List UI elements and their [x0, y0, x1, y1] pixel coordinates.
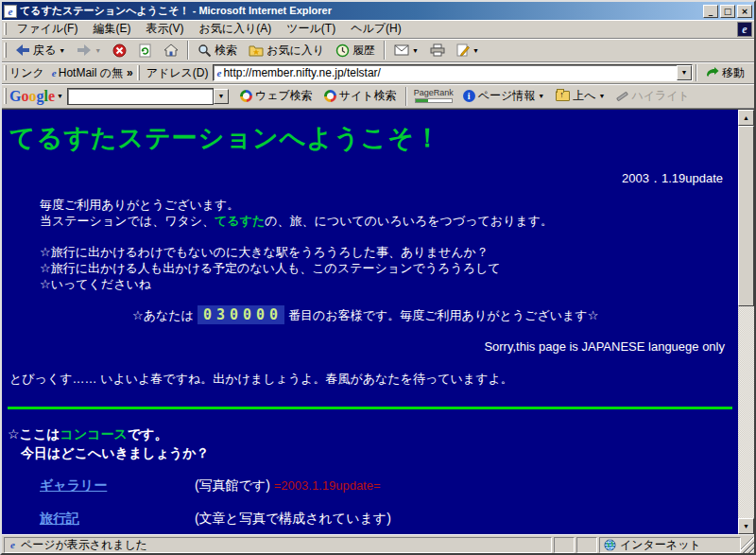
- title-bar[interactable]: e てるすたステーションへようこそ！ - Microsoft Internet …: [2, 2, 754, 20]
- page-info-button[interactable]: i ページ情報 ▼: [457, 85, 551, 107]
- google-logo[interactable]: Google: [9, 89, 55, 104]
- concourse-highlight: コンコース: [60, 426, 128, 442]
- forward-button[interactable]: ▼: [71, 41, 107, 60]
- history-button[interactable]: 履歴: [330, 40, 381, 61]
- mail-icon: [394, 44, 409, 56]
- status-bar: e ページが表示されました インターネット: [2, 534, 754, 553]
- back-button[interactable]: 戻る ▼: [9, 40, 71, 61]
- google-search-dropdown[interactable]: ▼: [214, 89, 229, 104]
- chevron-down-icon[interactable]: ▼: [412, 47, 419, 54]
- go-button[interactable]: 移動: [700, 62, 750, 84]
- stop-icon: [112, 43, 127, 58]
- menu-favorites[interactable]: お気に入り(A): [191, 19, 279, 39]
- page-title: てるすたステーションへようこそ！: [9, 121, 738, 155]
- up-button[interactable]: ↑ 上へ ▼: [550, 85, 610, 107]
- page-content: てるすたステーションへようこそ！ 2003．1.19update 毎度ご利用あり…: [2, 110, 738, 534]
- stop-button[interactable]: [107, 41, 132, 61]
- hotmail-link[interactable]: e HotMail の無: [48, 65, 125, 81]
- info-icon: i: [463, 90, 475, 102]
- address-input[interactable]: e http://member.nifty.ne.jp/telstar/ ▼: [213, 64, 693, 81]
- favorites-button[interactable]: お気に入り: [243, 40, 330, 61]
- menu-help[interactable]: ヘルプ(H): [343, 19, 409, 39]
- edit-icon: [456, 43, 470, 57]
- address-dropdown-button[interactable]: ▼: [677, 65, 692, 80]
- status-pane-empty: [576, 537, 597, 553]
- scroll-up-icon[interactable]: ▲: [738, 110, 754, 126]
- travelogue-link[interactable]: 旅行記: [40, 511, 191, 528]
- forward-arrow-icon: [77, 43, 92, 57]
- green-divider: [8, 407, 732, 409]
- history-label: 履歴: [352, 43, 375, 59]
- scroll-down-icon[interactable]: ▼: [738, 518, 754, 534]
- go-arrow-icon: [706, 67, 719, 78]
- site-search-button[interactable]: サイト検索: [318, 85, 403, 107]
- pagerank-indicator[interactable]: PageRank: [410, 89, 457, 103]
- chevron-down-icon[interactable]: ▼: [538, 93, 544, 99]
- status-pane-empty: [554, 537, 575, 553]
- home-button[interactable]: [158, 41, 184, 60]
- minimize-button[interactable]: _: [703, 5, 718, 18]
- favorites-folder-icon: [249, 44, 264, 57]
- window-title: てるすたステーションへようこそ！ - Microsoft Internet Ex…: [20, 4, 701, 18]
- address-bar: リンク e HotMail の無 » アドレス(D) e http://memb…: [2, 62, 754, 84]
- search-icon: [198, 43, 212, 58]
- security-zone-pane: インターネット: [599, 537, 741, 553]
- hotmail-link-label: HotMail の無: [59, 65, 123, 81]
- web-search-label: ウェブ検索: [255, 88, 313, 104]
- addressbar-separator: [696, 64, 697, 81]
- menu-edit[interactable]: 編集(E): [85, 19, 138, 39]
- toolbar-grip[interactable]: [4, 43, 7, 59]
- links-overflow-chevron-icon[interactable]: »: [127, 66, 133, 79]
- close-button[interactable]: ×: [737, 5, 752, 18]
- question-line: 今日はどこへいきましょうか？: [21, 445, 738, 462]
- pagerank-label: PageRank: [414, 89, 454, 97]
- highlight-button[interactable]: ハイライト: [610, 85, 695, 107]
- globe-icon: [604, 539, 616, 551]
- page-info-label: ページ情報: [478, 88, 536, 104]
- viewport: てるすたステーションへようこそ！ 2003．1.19update 毎度ご利用あり…: [2, 109, 754, 534]
- menu-bar: ファイル(F) 編集(E) 表示(V) お気に入り(A) ツール(T) ヘルプ(…: [2, 20, 754, 39]
- google-ball-icon: [240, 90, 252, 102]
- history-clock-icon: [335, 43, 350, 58]
- chevron-down-icon[interactable]: ▼: [472, 47, 479, 54]
- folder-up-icon: ↑: [556, 91, 570, 101]
- scrollbar-track[interactable]: [738, 126, 754, 518]
- menu-file[interactable]: ファイル(F): [9, 19, 85, 39]
- chevron-down-icon[interactable]: ▼: [59, 47, 65, 54]
- toolbar-separator: [187, 41, 189, 59]
- linksbar-grip[interactable]: [4, 65, 7, 79]
- ie-page-icon: e: [52, 68, 57, 78]
- refresh-button[interactable]: [132, 41, 158, 61]
- english-note: Sorry,this page is JAPANESE languege onl…: [2, 339, 725, 354]
- standard-toolbar: 戻る ▼ ▼ 検索 お気に入り 履歴: [2, 39, 754, 62]
- menu-view[interactable]: 表示(V): [138, 19, 191, 39]
- resize-grip[interactable]: [741, 537, 754, 553]
- print-button[interactable]: [424, 41, 451, 60]
- search-label: 検索: [215, 43, 237, 59]
- web-search-button[interactable]: ウェブ検索: [234, 85, 318, 107]
- chevron-down-icon[interactable]: ▼: [94, 47, 101, 54]
- addressbar-grip[interactable]: [137, 65, 140, 79]
- go-label: 移動: [722, 65, 745, 81]
- gallery-link[interactable]: ギャラリー: [40, 477, 191, 494]
- googlebar-grip[interactable]: [4, 88, 7, 105]
- mail-button[interactable]: ▼: [388, 42, 424, 59]
- gallery-desc: (写真館です): [195, 477, 270, 493]
- nav-row-gallery: ギャラリー (写真館です) =2003.1.19update=: [40, 477, 738, 494]
- googlebar-separator: [405, 87, 407, 106]
- highlighter-pen-icon: [616, 91, 628, 101]
- edit-button[interactable]: ▼: [451, 41, 485, 60]
- ie-logo-icon: e: [4, 5, 17, 18]
- maximize-button[interactable]: □: [720, 5, 735, 18]
- gallery-update-note: =2003.1.19update=: [274, 478, 381, 493]
- star-line-3: ☆いってくださいね: [40, 276, 738, 292]
- scrollbar-thumb[interactable]: [738, 126, 754, 306]
- vertical-scrollbar[interactable]: ▲ ▼: [738, 110, 754, 534]
- search-button[interactable]: 検索: [192, 40, 243, 61]
- google-search-input[interactable]: [67, 88, 214, 105]
- menu-tools[interactable]: ツール(T): [279, 19, 343, 39]
- menubar-grip[interactable]: [4, 23, 7, 35]
- nav-row-travelogue: 旅行記 (文章と写真で構成されています): [40, 511, 738, 528]
- chevron-down-icon[interactable]: ▼: [598, 93, 605, 99]
- chevron-down-icon[interactable]: ▼: [57, 93, 63, 99]
